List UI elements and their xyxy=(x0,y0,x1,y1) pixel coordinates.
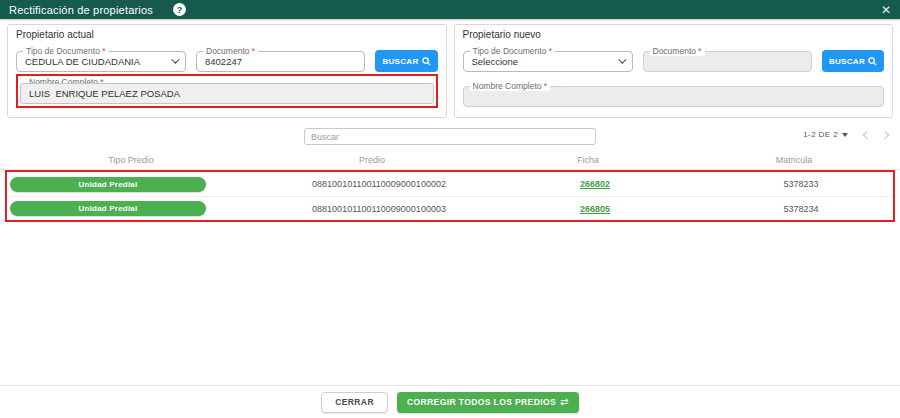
next-page-icon[interactable] xyxy=(881,130,889,138)
new-buscar-button[interactable]: BUSCAR xyxy=(822,50,884,72)
ficha-link[interactable]: 266805 xyxy=(580,204,610,214)
panel-current-owner-title: Propietario actual xyxy=(16,29,438,40)
table-toolbar: 1-2 DE 2 xyxy=(0,121,900,149)
current-name-field: LUIS ENRIQUE PELAEZ POSADA xyxy=(20,83,434,104)
predio-code: 088100101100110009000100003 xyxy=(269,204,489,214)
current-buscar-button[interactable]: BUSCAR xyxy=(375,50,437,72)
current-doc-type-value: CEDULA DE CIUDADANIA xyxy=(25,56,140,67)
corregir-todos-button[interactable]: CORREGIR TODOS LOS PREDIOS ⇄ xyxy=(397,392,579,413)
col-header-matricula: Matricula xyxy=(694,155,894,165)
cerrar-button[interactable]: CERRAR xyxy=(321,392,388,413)
new-name-label: Nombre Completo * xyxy=(470,81,551,91)
search-icon xyxy=(868,57,877,66)
matricula-value: 5378233 xyxy=(701,179,900,189)
rows-highlight-box: Unidad Predial 0881001011001100090001000… xyxy=(5,170,895,222)
new-doc-type-value: Seleccione xyxy=(472,56,518,67)
page-title: Rectificación de propietarios xyxy=(9,4,153,16)
table-row[interactable]: Unidad Predial 0881001011001100090001000… xyxy=(7,172,893,196)
dialog-titlebar: Rectificación de propietarios ? ✕ xyxy=(0,0,900,19)
chevron-down-icon xyxy=(842,133,848,137)
current-doc-type-label: Tipo de Documento * xyxy=(23,46,109,56)
current-name-value: LUIS ENRIQUE PELAEZ POSADA xyxy=(29,88,180,99)
sync-icon: ⇄ xyxy=(560,397,569,407)
current-doc-type-select[interactable]: Tipo de Documento * CEDULA DE CIUDADANIA xyxy=(16,51,186,72)
predio-code: 088100101100110009000100002 xyxy=(269,179,489,189)
close-icon[interactable]: ✕ xyxy=(881,4,891,16)
col-header-ficha: Ficha xyxy=(482,155,694,165)
new-document-label: Documento * xyxy=(650,46,705,56)
current-document-field[interactable]: Documento * 8402247 xyxy=(196,51,365,72)
chevron-down-icon xyxy=(618,55,626,63)
ficha-link[interactable]: 266802 xyxy=(580,179,610,189)
pagination: 1-2 DE 2 xyxy=(803,130,888,139)
search-icon xyxy=(422,57,431,66)
col-header-predio: Predio xyxy=(262,155,482,165)
col-header-tipo-predio: Tipo Predio xyxy=(0,155,262,165)
table-row[interactable]: Unidad Predial 0881001011001100090001000… xyxy=(7,196,893,220)
panel-current-owner: Propietario actual Tipo de Documento * C… xyxy=(7,24,447,118)
pagination-label[interactable]: 1-2 DE 2 xyxy=(803,130,838,139)
chevron-down-icon xyxy=(171,55,179,63)
panel-new-owner: Propietario nuevo Tipo de Documento * Se… xyxy=(454,24,894,118)
new-doc-type-label: Tipo de Documento * xyxy=(470,46,556,56)
current-name-highlight-box: Nombre Completo * LUIS ENRIQUE PELAEZ PO… xyxy=(16,74,438,108)
current-document-value: 8402247 xyxy=(205,56,242,67)
owner-panels: Propietario actual Tipo de Documento * C… xyxy=(0,19,900,121)
matricula-value: 5378234 xyxy=(701,204,900,214)
table-header: Tipo Predio Predio Ficha Matricula xyxy=(0,151,900,170)
tipo-predio-badge: Unidad Predial xyxy=(10,177,206,192)
new-document-field: Documento * xyxy=(643,51,812,72)
panel-new-owner-title: Propietario nuevo xyxy=(463,29,885,40)
new-doc-type-select[interactable]: Tipo de Documento * Seleccione xyxy=(463,51,633,72)
search-input[interactable] xyxy=(304,128,596,145)
current-document-label: Documento * xyxy=(203,46,258,56)
help-icon[interactable]: ? xyxy=(173,3,186,16)
prev-page-icon[interactable] xyxy=(863,130,871,138)
tipo-predio-badge: Unidad Predial xyxy=(10,201,206,216)
dialog-footer: CERRAR CORREGIR TODOS LOS PREDIOS ⇄ xyxy=(0,385,900,418)
new-name-field: Nombre Completo * xyxy=(463,86,885,107)
